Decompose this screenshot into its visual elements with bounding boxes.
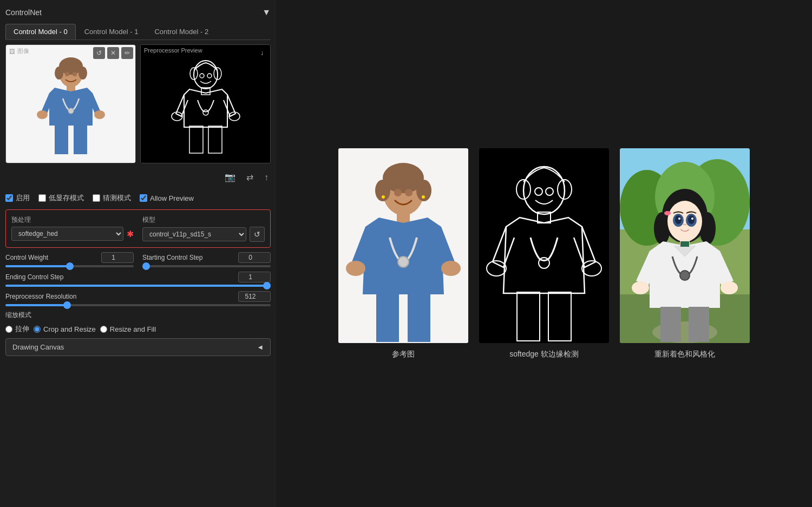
swap-btn[interactable]: ⇄ bbox=[244, 170, 256, 185]
left-panel: ControlNet ▼ Control Model - 0 Control M… bbox=[0, 0, 276, 507]
weight-step-sliders: Control Weight Starting Control Step bbox=[5, 252, 271, 267]
camera-btn[interactable]: 📷 bbox=[222, 170, 238, 185]
svg-point-32 bbox=[405, 189, 412, 196]
svg-point-31 bbox=[394, 189, 402, 196]
preprocessor-preview-content bbox=[141, 45, 270, 163]
checkbox-row: 启用 低显存模式 猜测模式 Allow Preview bbox=[5, 191, 271, 205]
result-photo-caption: 参考图 bbox=[392, 350, 415, 359]
result-photo-image bbox=[338, 148, 468, 343]
drawing-canvas-row[interactable]: Drawing Canvas ◄ bbox=[5, 338, 271, 356]
result-photo-item: 参考图 bbox=[338, 148, 468, 359]
ending-step-row: Ending Control Step bbox=[5, 272, 271, 287]
panel-title: ControlNet bbox=[5, 8, 42, 17]
refresh-model-btn[interactable]: ↺ bbox=[250, 227, 265, 242]
low-vram-checkbox[interactable]: 低显存模式 bbox=[38, 193, 84, 203]
preproc-res-header: Preprocessor Resolution bbox=[5, 291, 271, 302]
control-weight-input[interactable] bbox=[101, 252, 134, 263]
zoom-section: 缩放模式 拉伸 Crop and Resize Resize and Fill bbox=[5, 311, 271, 334]
control-weight-header: Control Weight bbox=[5, 252, 134, 263]
control-weight-slider[interactable] bbox=[5, 265, 134, 267]
preprocessor-label: 预处理 bbox=[11, 215, 134, 225]
svg-point-69 bbox=[691, 218, 693, 220]
starting-step-header: Starting Control Step bbox=[142, 252, 271, 263]
resize-fill-option[interactable]: Resize and Fill bbox=[100, 324, 156, 334]
ending-step-input[interactable] bbox=[238, 272, 271, 282]
svg-point-9 bbox=[94, 110, 105, 119]
svg-rect-10 bbox=[55, 124, 68, 154]
result-anime-image bbox=[620, 148, 750, 343]
result-silhouette-svg bbox=[479, 148, 609, 343]
svg-point-12 bbox=[68, 108, 74, 114]
crop-resize-option[interactable]: Crop and Resize bbox=[34, 324, 96, 334]
preprocessor-select-row: softedge_hed softedge_hedsafe softedge_p… bbox=[11, 227, 134, 241]
svg-rect-76 bbox=[680, 241, 689, 247]
model-row: 预处理 softedge_hed softedge_hedsafe softed… bbox=[11, 215, 265, 242]
svg-rect-37 bbox=[408, 293, 430, 342]
drawing-canvas-icon: ◄ bbox=[257, 343, 264, 351]
svg-point-39 bbox=[382, 195, 385, 199]
result-anime-caption: 重新着色和风格化 bbox=[654, 350, 715, 359]
svg-rect-36 bbox=[376, 293, 399, 342]
svg-point-8 bbox=[37, 110, 48, 119]
model-select-row: control_v11p_sd15_s control_v11p_sd15_ca… bbox=[142, 227, 265, 242]
svg-rect-13 bbox=[165, 54, 246, 154]
upload-btn[interactable]: ↑ bbox=[262, 170, 271, 185]
svg-point-68 bbox=[678, 218, 680, 220]
preprocessor-select[interactable]: softedge_hed softedge_hedsafe softedge_p… bbox=[11, 227, 123, 241]
result-silhouette-caption: softedge 软边缘检测 bbox=[509, 350, 579, 359]
right-panel: 参考图 bbox=[276, 0, 812, 507]
download-preview-btn[interactable]: ↓ bbox=[256, 47, 268, 59]
enable-checkbox[interactable]: 启用 bbox=[5, 193, 30, 203]
svg-rect-74 bbox=[689, 307, 709, 342]
ending-step-slider[interactable] bbox=[5, 285, 271, 287]
zoom-label: 缩放模式 bbox=[5, 311, 271, 320]
action-row: 📷 ⇄ ↑ bbox=[5, 168, 271, 187]
svg-point-66 bbox=[675, 215, 682, 224]
svg-point-34 bbox=[346, 261, 365, 276]
result-silhouette-item: softedge 软边缘检测 bbox=[479, 148, 609, 359]
drawing-canvas-label: Drawing Canvas bbox=[12, 343, 64, 351]
edit-image-btn[interactable]: ✏ bbox=[121, 47, 133, 59]
model-select[interactable]: control_v11p_sd15_s control_v11p_sd15_ca… bbox=[142, 227, 246, 241]
close-image-btn[interactable]: ✕ bbox=[107, 47, 119, 59]
svg-point-4 bbox=[78, 67, 87, 80]
preprocessor-res-input[interactable] bbox=[238, 291, 271, 302]
svg-point-72 bbox=[721, 281, 738, 294]
star-icon: ✱ bbox=[127, 229, 134, 239]
collapse-icon[interactable]: ▼ bbox=[262, 8, 271, 17]
preprocessor-controls: ↓ bbox=[256, 47, 268, 59]
refresh-image-btn[interactable]: ↺ bbox=[93, 47, 105, 59]
preprocessor-res-slider[interactable] bbox=[5, 304, 271, 306]
svg-point-67 bbox=[688, 215, 695, 224]
svg-point-6 bbox=[73, 72, 77, 76]
tab-control-0[interactable]: Control Model - 0 bbox=[5, 24, 76, 39]
preprocessor-res-section: Preprocessor Resolution bbox=[5, 291, 271, 306]
svg-point-63 bbox=[667, 201, 702, 242]
preprocessor-res-label: Preprocessor Resolution bbox=[5, 293, 76, 300]
original-image-label: 🖼 图像 bbox=[9, 47, 29, 55]
svg-point-75 bbox=[680, 271, 690, 280]
svg-point-38 bbox=[398, 256, 409, 267]
result-photo-svg bbox=[338, 148, 468, 343]
svg-point-35 bbox=[441, 261, 461, 276]
tab-control-1[interactable]: Control Model - 1 bbox=[77, 24, 146, 39]
guess-mode-checkbox[interactable]: 猜测模式 bbox=[93, 193, 131, 203]
tab-control-2[interactable]: Control Model - 2 bbox=[147, 24, 216, 39]
svg-point-77 bbox=[664, 211, 671, 215]
ending-step-header: Ending Control Step bbox=[5, 272, 271, 282]
image-row: 🖼 图像 ↺ ✕ ✏ bbox=[5, 44, 271, 163]
image-icon: 🖼 bbox=[9, 48, 15, 55]
svg-point-61 bbox=[654, 212, 670, 245]
model-section: 预处理 softedge_hed softedge_hedsafe softed… bbox=[5, 209, 271, 248]
result-silhouette-image bbox=[479, 148, 609, 343]
result-anime-svg bbox=[620, 148, 750, 343]
ending-step-label: Ending Control Step bbox=[5, 273, 63, 281]
stretch-option[interactable]: 拉伸 bbox=[5, 324, 29, 334]
starting-step-input[interactable] bbox=[238, 252, 271, 263]
original-image-box: 🖼 图像 ↺ ✕ ✏ bbox=[5, 44, 136, 163]
preprocessor-preview-label: Preprocessor Preview bbox=[144, 47, 202, 54]
starting-step-slider[interactable] bbox=[142, 265, 271, 267]
svg-rect-11 bbox=[74, 124, 87, 154]
allow-preview-checkbox[interactable]: Allow Preview bbox=[140, 194, 194, 202]
starting-step-col: Starting Control Step bbox=[142, 252, 271, 267]
